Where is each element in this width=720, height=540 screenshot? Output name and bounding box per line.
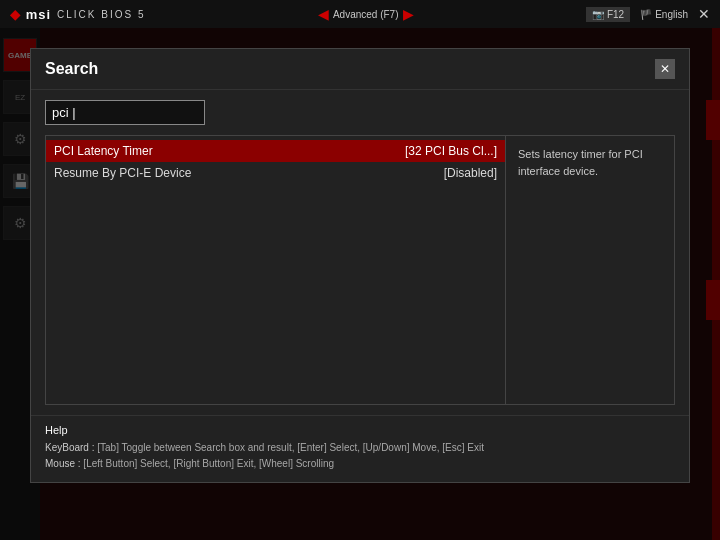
keyboard-text: [Tab] Toggle between Search box and resu…: [97, 442, 484, 453]
screenshot-icon: 📷: [592, 9, 604, 20]
search-dialog: Search ✕ PCI Latency Timer [32 PCI Bus C…: [30, 48, 690, 483]
help-mouse-row: Mouse : [Left Button] Select, [Right But…: [45, 456, 675, 472]
mouse-label: Mouse :: [45, 458, 81, 469]
table-row[interactable]: PCI Latency Timer [32 PCI Bus Cl...]: [46, 140, 505, 162]
keyboard-label: KeyBoard :: [45, 442, 94, 453]
top-bar: ◆ msi CLICK BIOS 5 ◀ Advanced (F7) ▶ 📷 F…: [0, 0, 720, 28]
description-text: Sets latency timer for PCI interface dev…: [518, 148, 643, 177]
help-area: Help KeyBoard : [Tab] Toggle between Sea…: [31, 415, 689, 482]
result-description: Sets latency timer for PCI interface dev…: [506, 136, 674, 404]
dialog-overlay: Search ✕ PCI Latency Timer [32 PCI Bus C…: [0, 28, 720, 540]
advanced-mode-label: Advanced (F7): [333, 9, 399, 20]
language-button[interactable]: 🏴 English: [640, 9, 688, 20]
f12-button[interactable]: 📷 F12: [586, 7, 630, 22]
advanced-mode-button[interactable]: ◀ Advanced (F7) ▶: [318, 6, 414, 22]
top-bar-left: ◆ msi CLICK BIOS 5: [10, 7, 146, 22]
dialog-titlebar: Search ✕: [31, 49, 689, 90]
result-value-1: [32 PCI Bus Cl...]: [405, 144, 497, 158]
bios-name: CLICK BIOS 5: [57, 9, 145, 20]
logo-text: msi: [26, 7, 51, 22]
results-area: PCI Latency Timer [32 PCI Bus Cl...] Res…: [45, 135, 675, 405]
mouse-text: [Left Button] Select, [Right Button] Exi…: [83, 458, 334, 469]
flag-icon: 🏴: [640, 9, 652, 20]
lang-label: English: [655, 9, 688, 20]
dialog-close-button[interactable]: ✕: [655, 59, 675, 79]
results-list: PCI Latency Timer [32 PCI Bus Cl...] Res…: [46, 136, 506, 404]
f12-label: F12: [607, 9, 624, 20]
close-top-button[interactable]: ✕: [698, 6, 710, 22]
top-bar-center: ◀ Advanced (F7) ▶: [318, 6, 414, 22]
help-title: Help: [45, 424, 675, 436]
dialog-title: Search: [45, 60, 98, 78]
search-input[interactable]: [45, 100, 205, 125]
dialog-body: PCI Latency Timer [32 PCI Bus Cl...] Res…: [31, 90, 689, 415]
help-keyboard-row: KeyBoard : [Tab] Toggle between Search b…: [45, 440, 675, 456]
result-name-2: Resume By PCI-E Device: [54, 166, 444, 180]
table-row[interactable]: Resume By PCI-E Device [Disabled]: [46, 162, 505, 184]
msi-logo: ◆ msi: [10, 7, 51, 22]
top-bar-right: 📷 F12 🏴 English ✕: [586, 6, 710, 22]
result-value-2: [Disabled]: [444, 166, 497, 180]
result-name-1: PCI Latency Timer: [54, 144, 405, 158]
